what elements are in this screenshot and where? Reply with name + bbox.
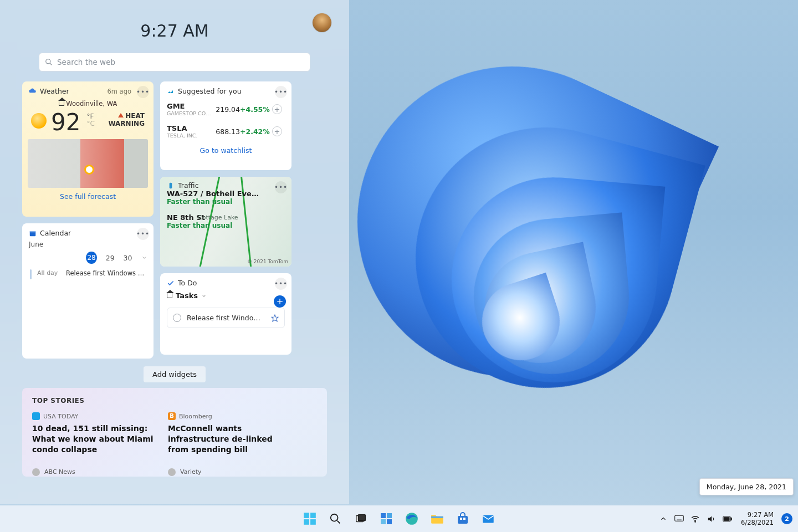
svg-point-26 <box>695 521 695 521</box>
calendar-day[interactable]: 29 <box>106 254 115 262</box>
stock-price: 219.04 <box>214 105 240 114</box>
svg-rect-22 <box>463 518 466 520</box>
map-credit: © 2021 TomTom <box>247 259 288 264</box>
widget-menu-icon[interactable]: ••• <box>137 86 149 98</box>
chevron-down-icon <box>201 293 207 299</box>
widget-menu-icon[interactable]: ••• <box>275 278 287 290</box>
see-forecast-link[interactable]: See full forecast <box>22 192 154 201</box>
svg-point-18 <box>406 513 418 525</box>
top-stories-card[interactable]: TOP STORIES USA TODAY 10 dead, 151 still… <box>22 388 327 477</box>
top-stories-heading: TOP STORIES <box>32 397 317 405</box>
search-input[interactable] <box>57 58 304 66</box>
story-item[interactable]: BBloomberg McConnell wants infrastructur… <box>168 412 293 476</box>
svg-rect-8 <box>304 519 309 525</box>
stock-company: GAMESTOP CO… <box>167 110 214 116</box>
task-checkbox[interactable] <box>173 314 181 322</box>
weather-updated: 6m ago <box>107 88 131 95</box>
unit-c[interactable]: °C <box>86 120 94 127</box>
story-source: Bloomberg <box>179 413 212 420</box>
calendar-day-selected[interactable]: 28 <box>86 252 96 264</box>
story-source: USA TODAY <box>43 413 78 420</box>
stock-change: +2.42% <box>240 127 269 136</box>
svg-rect-19 <box>431 516 443 518</box>
mail-button[interactable] <box>478 508 499 529</box>
source-badge-icon: B <box>168 412 176 420</box>
widgets-button[interactable] <box>376 508 397 529</box>
calendar-event[interactable]: All day Release first Windows 1… <box>22 265 154 284</box>
todo-widget[interactable]: ••• To Do Tasks + Release first Windows … <box>160 273 291 355</box>
desktop: 9:27 AM ••• Weather 6m ago Woodinville, … <box>0 0 798 532</box>
weather-map[interactable] <box>28 139 148 188</box>
task-view-button[interactable] <box>350 508 371 529</box>
edge-button[interactable] <box>401 508 422 529</box>
svg-rect-24 <box>675 515 684 521</box>
search-web[interactable] <box>39 53 310 71</box>
taskbar: 9:27 AM 6/28/2021 2 <box>0 505 798 532</box>
story-headline: 10 dead, 151 still missing: What we know… <box>32 423 157 455</box>
date-tooltip: Monday, June 28, 2021 <box>699 478 794 495</box>
svg-rect-6 <box>304 513 309 518</box>
weather-temp: 92 <box>51 109 80 136</box>
heat-warning[interactable]: HEAT WARNING <box>98 112 145 127</box>
tasks-dropdown[interactable]: Tasks <box>160 287 291 304</box>
svg-rect-7 <box>310 513 316 518</box>
calendar-widget[interactable]: ••• Calendar June 28 29 30 <box>22 223 154 359</box>
star-icon[interactable] <box>271 314 279 322</box>
wifi-icon[interactable] <box>690 514 700 524</box>
all-day-label: All day <box>37 269 60 279</box>
chart-icon <box>167 88 175 95</box>
widget-menu-icon[interactable]: ••• <box>137 228 149 240</box>
battery-icon[interactable] <box>723 514 732 524</box>
traffic-road: WA-527 / Bothell Eve… <box>167 190 285 198</box>
widget-menu-icon[interactable]: ••• <box>275 86 287 98</box>
add-stock-icon[interactable]: + <box>272 104 282 114</box>
svg-rect-16 <box>381 519 386 524</box>
weather-icon <box>29 88 37 95</box>
chevron-down-icon[interactable] <box>141 254 147 261</box>
svg-marker-5 <box>272 315 278 321</box>
weather-location: Woodinville, WA <box>66 100 117 108</box>
event-title: Release first Windows 1… <box>66 269 148 279</box>
keyboard-icon[interactable] <box>674 514 684 524</box>
map-label: Cottage Lake <box>198 214 285 221</box>
stock-row[interactable]: GMEGAMESTOP CO… 219.04 +4.55% + <box>160 100 291 119</box>
stock-symbol: TSLA <box>167 124 214 132</box>
source-avatar-icon <box>32 468 40 476</box>
add-stock-icon[interactable]: + <box>272 126 282 136</box>
home-icon <box>167 293 172 298</box>
story-headline: McConnell wants infrastructure de-linked… <box>168 423 293 455</box>
watchlist-title: Suggested for you <box>178 87 242 95</box>
store-button[interactable] <box>452 508 473 529</box>
taskbar-clock[interactable]: 9:27 AM 6/28/2021 <box>741 511 774 526</box>
svg-rect-29 <box>724 517 729 520</box>
file-explorer-button[interactable] <box>427 508 448 529</box>
search-button[interactable] <box>325 508 346 529</box>
search-icon <box>45 58 53 66</box>
weather-widget[interactable]: ••• Weather 6m ago Woodinville, WA 92 °F… <box>22 81 154 217</box>
watchlist-widget[interactable]: ••• Suggested for you GMEGAMESTOP CO… 21… <box>160 81 291 170</box>
taskbar-date: 6/28/2021 <box>741 519 774 526</box>
user-avatar[interactable] <box>313 13 331 32</box>
todo-icon <box>167 279 175 287</box>
warning-triangle-icon <box>118 113 124 117</box>
add-widgets-button[interactable]: Add widgets <box>144 366 206 382</box>
stock-change: +4.55% <box>240 105 269 114</box>
traffic-title: Traffic <box>178 181 199 190</box>
svg-rect-17 <box>387 519 392 524</box>
add-task-button[interactable]: + <box>274 295 286 308</box>
story-item[interactable]: USA TODAY 10 dead, 151 still missing: Wh… <box>32 412 157 476</box>
task-item[interactable]: Release first Windows 11… <box>167 308 285 328</box>
volume-icon[interactable] <box>707 514 716 524</box>
notification-badge[interactable]: 2 <box>781 513 792 524</box>
tray-chevron-icon[interactable] <box>658 514 668 524</box>
start-button[interactable] <box>299 508 320 529</box>
stock-row[interactable]: TSLATESLA, INC. 688.13 +2.42% + <box>160 122 291 141</box>
svg-rect-3 <box>30 231 36 232</box>
svg-rect-15 <box>387 513 392 518</box>
traffic-status: Faster than usual <box>167 198 285 206</box>
go-watchlist-link[interactable]: Go to watchlist <box>160 146 291 155</box>
calendar-day[interactable]: 30 <box>124 254 132 262</box>
svg-line-11 <box>337 521 340 524</box>
task-title: Release first Windows 11… <box>187 314 265 322</box>
traffic-widget[interactable]: ••• Traffic WA-527 / Bothell Eve… Faster… <box>160 177 291 267</box>
